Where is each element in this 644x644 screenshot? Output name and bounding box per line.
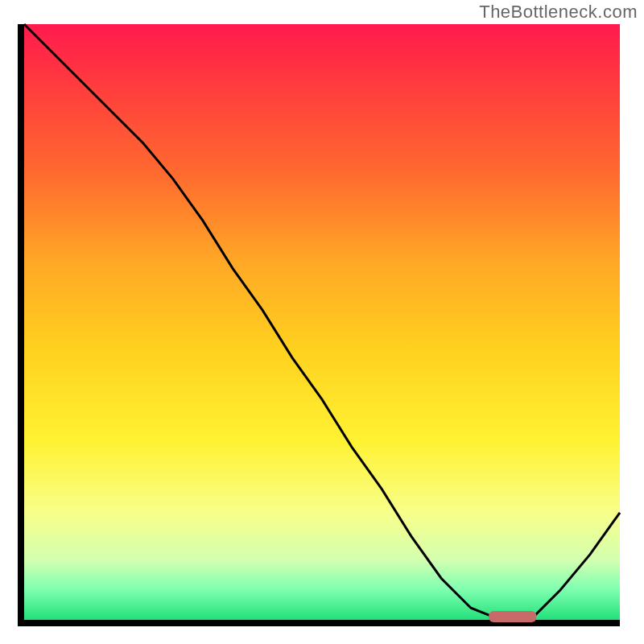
min-marker <box>489 611 536 622</box>
watermark: TheBottleneck.com <box>479 2 638 23</box>
chart-svg <box>0 0 644 644</box>
chart-canvas: TheBottleneck.com <box>0 0 644 644</box>
